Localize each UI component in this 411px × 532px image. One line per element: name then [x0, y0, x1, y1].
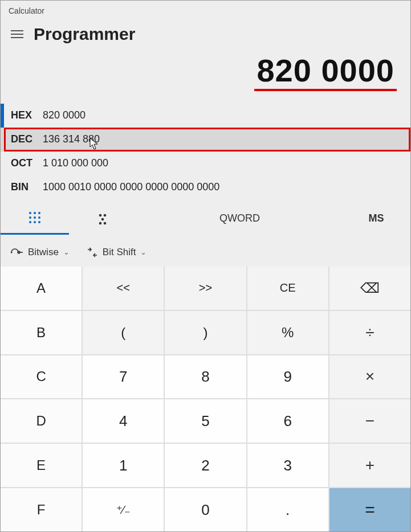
key-backspace[interactable]: ⌫ [329, 267, 410, 310]
key-d[interactable]: D [1, 399, 82, 443]
key-ce[interactable]: CE [247, 267, 328, 310]
key-multiply[interactable]: × [329, 355, 410, 399]
bitshift-icon [87, 247, 98, 257]
svg-point-2 [38, 212, 40, 214]
key-6[interactable]: 6 [247, 399, 328, 443]
key-3[interactable]: 3 [247, 444, 328, 487]
bitwise-label: Bitwise [28, 247, 59, 258]
display-value: 820 0000 [254, 54, 397, 91]
key-lshift[interactable]: << [83, 267, 164, 310]
base-row-oct[interactable]: OCT 1 010 000 000 [1, 152, 410, 175]
key-1[interactable]: 1 [83, 444, 164, 487]
key-decimal[interactable]: . [247, 488, 328, 531]
sub-toolbar: Bitwise ⌄ Bit Shift ⌄ [1, 238, 410, 267]
bit-dots-icon [97, 212, 109, 225]
chevron-down-icon: ⌄ [63, 248, 70, 256]
base-value-dec: 136 314 880 [43, 133, 100, 145]
base-value-hex: 820 0000 [43, 109, 86, 121]
svg-point-10 [104, 214, 107, 216]
svg-point-6 [29, 221, 31, 223]
svg-point-14 [11, 251, 13, 253]
keypad: A << >> CE ⌫ B ( ) % ÷ C 7 8 9 × D 4 5 6… [1, 267, 410, 531]
bit-toggle-view-tab[interactable] [69, 203, 137, 235]
key-lparen[interactable]: ( [83, 311, 164, 354]
word-size-label: QWORD [219, 212, 260, 224]
word-size-button[interactable]: QWORD [137, 203, 342, 235]
key-add[interactable]: + [329, 444, 410, 487]
key-equals[interactable]: = [329, 488, 410, 531]
bitshift-dropdown[interactable]: Bit Shift ⌄ [87, 247, 147, 258]
base-row-bin[interactable]: BIN 1000 0010 0000 0000 0000 0000 0000 [1, 175, 410, 199]
key-e[interactable]: E [1, 444, 82, 487]
key-a[interactable]: A [1, 267, 82, 310]
base-value-bin: 1000 0010 0000 0000 0000 0000 0000 [43, 181, 219, 193]
bitshift-label: Bit Shift [103, 247, 136, 258]
key-5[interactable]: 5 [165, 399, 246, 443]
menu-icon[interactable] [11, 28, 23, 40]
key-0[interactable]: 0 [165, 488, 246, 531]
chevron-down-icon: ⌄ [140, 248, 147, 256]
base-label-hex: HEX [11, 109, 43, 121]
svg-point-7 [34, 221, 36, 223]
window-title: Calculator [9, 6, 44, 15]
svg-point-13 [104, 222, 107, 224]
key-b[interactable]: B [1, 311, 82, 354]
svg-point-3 [29, 216, 31, 219]
header: Programmer [1, 21, 410, 44]
keypad-grid-icon [29, 211, 41, 224]
memory-store-label: MS [369, 212, 384, 224]
title-bar: Calculator [1, 1, 410, 21]
key-4[interactable]: 4 [83, 399, 164, 443]
svg-point-4 [34, 216, 36, 219]
svg-point-0 [29, 212, 31, 214]
base-value-oct: 1 010 000 000 [43, 157, 108, 169]
base-row-hex[interactable]: HEX 820 0000 [1, 104, 410, 128]
key-subtract[interactable]: − [329, 399, 410, 443]
calculator-window: Calculator Programmer 820 0000 HEX 820 0… [0, 0, 411, 532]
display-area: 820 0000 [1, 44, 410, 93]
bitwise-dropdown[interactable]: Bitwise ⌄ [11, 247, 70, 258]
mode-title: Programmer [34, 24, 135, 44]
base-label-bin: BIN [11, 181, 43, 193]
base-label-dec: DEC [11, 133, 43, 145]
svg-point-5 [38, 216, 40, 219]
key-divide[interactable]: ÷ [329, 311, 410, 354]
key-percent[interactable]: % [247, 311, 328, 354]
memory-store-button[interactable]: MS [342, 203, 410, 235]
base-row-dec[interactable]: DEC 136 314 880 [1, 128, 410, 152]
bitwise-icon [11, 247, 23, 257]
keypad-view-tab[interactable] [1, 203, 69, 235]
key-f[interactable]: F [1, 488, 82, 531]
view-toolbar: QWORD MS [1, 203, 410, 235]
svg-point-1 [34, 212, 36, 214]
key-rshift[interactable]: >> [165, 267, 246, 310]
key-8[interactable]: 8 [165, 355, 246, 399]
key-2[interactable]: 2 [165, 444, 246, 487]
base-list: HEX 820 0000 DEC 136 314 880 OCT 1 010 0… [1, 104, 410, 199]
key-7[interactable]: 7 [83, 355, 164, 399]
key-rparen[interactable]: ) [165, 311, 246, 354]
key-negate[interactable]: ⁺∕₋ [83, 488, 164, 531]
key-c[interactable]: C [1, 355, 82, 399]
svg-point-9 [99, 214, 102, 216]
svg-point-12 [99, 222, 102, 224]
svg-point-8 [38, 221, 40, 223]
key-9[interactable]: 9 [247, 355, 328, 399]
svg-point-11 [101, 218, 104, 220]
base-label-oct: OCT [11, 157, 43, 169]
